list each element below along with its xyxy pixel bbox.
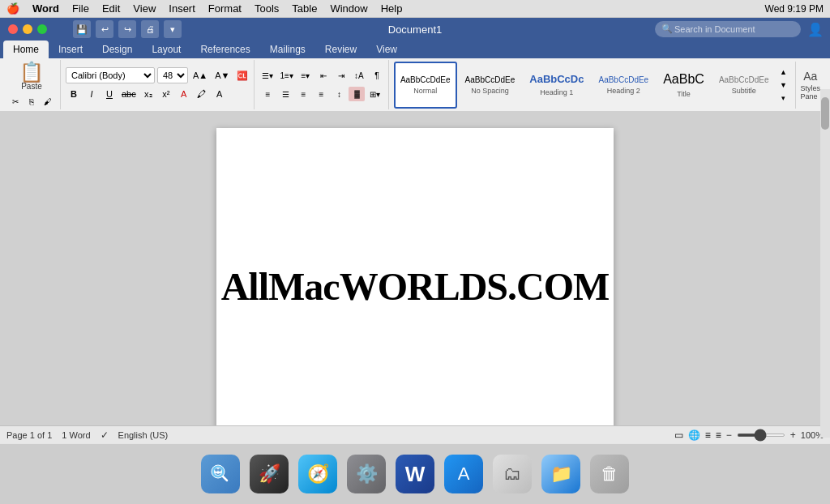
tab-insert[interactable]: Insert <box>49 41 92 58</box>
proofing-icon[interactable]: ✓ <box>101 429 109 441</box>
shading-button[interactable]: ▓ <box>349 87 365 101</box>
menu-item-view[interactable]: View <box>133 2 156 15</box>
tab-design[interactable]: Design <box>92 41 142 58</box>
show-marks-button[interactable]: ¶ <box>369 67 385 83</box>
font-size-select[interactable]: 48 <box>157 67 188 83</box>
menu-item-format[interactable]: Format <box>208 2 242 15</box>
font-grow-button[interactable]: A▲ <box>190 67 210 83</box>
style-heading1[interactable]: AaBbCcDc Heading 1 <box>523 62 590 109</box>
document-content: AllMacWORLDS.COM <box>221 264 610 309</box>
decrease-indent-button[interactable]: ⇤ <box>315 67 332 83</box>
styles-scroll-up[interactable]: ▲ <box>777 66 790 78</box>
dock-folder[interactable]: 📁 <box>540 453 582 495</box>
multilevel-button[interactable]: ≡▾ <box>297 67 314 83</box>
dock-finder[interactable] <box>199 453 242 495</box>
styles-scroll-down[interactable]: ▼ <box>777 79 790 91</box>
title-bar-controls: 💾 ↩ ↪ 🖨 ▾ <box>73 20 182 38</box>
tab-home[interactable]: Home <box>3 41 49 58</box>
style-title[interactable]: AaBbC Title <box>657 62 711 109</box>
clear-format-button[interactable]: 🆑 <box>234 67 250 83</box>
increase-indent-button[interactable]: ⇥ <box>333 67 349 83</box>
align-left-button[interactable]: ≡ <box>259 86 276 102</box>
close-button[interactable] <box>8 24 18 34</box>
redo-button[interactable]: ↪ <box>118 20 136 38</box>
style-h2-preview: AaBbCcDdEe <box>598 75 648 85</box>
menu-item-window[interactable]: Window <box>330 2 367 15</box>
view-mode-outline[interactable]: ≡ <box>705 429 711 441</box>
tab-view[interactable]: View <box>366 41 407 58</box>
style-normal[interactable]: AaBbCcDdEe Normal <box>394 62 457 109</box>
dock-settings[interactable]: ⚙️ <box>345 453 387 495</box>
view-mode-web[interactable]: 🌐 <box>688 429 700 441</box>
menu-item-table[interactable]: Table <box>292 2 317 15</box>
strikethrough-button[interactable]: abc <box>119 86 139 102</box>
language[interactable]: English (US) <box>118 430 169 440</box>
sort-button[interactable]: ↕A <box>351 67 367 83</box>
font-family-select[interactable]: Calibri (Body) <box>66 67 155 83</box>
font-shrink-button[interactable]: A▼ <box>212 67 232 83</box>
scrollbar-thumb[interactable] <box>821 97 829 130</box>
document-title: Document1 <box>388 23 442 36</box>
dock-appstore[interactable]: A <box>443 453 485 495</box>
dock-files[interactable]: 🗂 <box>491 453 533 495</box>
superscript-button[interactable]: x² <box>158 86 174 102</box>
menu-item-file[interactable]: File <box>72 2 89 15</box>
view-mode-draft[interactable]: ≡ <box>716 429 721 441</box>
clipboard-sub-buttons: ✂ ⎘ 🖌 <box>8 94 55 109</box>
underline-button[interactable]: U <box>101 86 118 102</box>
copy-button[interactable]: ⎘ <box>24 94 39 109</box>
font-color-button[interactable]: A <box>176 86 192 102</box>
traffic-lights <box>8 24 47 34</box>
style-no-spacing[interactable]: AaBbCcDdEe No Spacing <box>459 62 522 109</box>
menu-item-tools[interactable]: Tools <box>255 2 279 15</box>
tab-review[interactable]: Review <box>315 41 366 58</box>
align-right-button[interactable]: ≡ <box>295 86 311 102</box>
tab-references[interactable]: References <box>190 41 259 58</box>
style-h1-preview: AaBbCcDc <box>529 73 584 87</box>
justify-button[interactable]: ≡ <box>313 86 329 102</box>
dock: 🚀 🧭 ⚙️ W A 🗂 📁 🗑 <box>0 443 830 504</box>
bold-button[interactable]: B <box>66 86 82 102</box>
undo-button[interactable]: ↩ <box>96 20 113 38</box>
document-page[interactable]: AllMacWORLDS.COM <box>216 128 614 428</box>
customize-button[interactable]: ▾ <box>164 20 182 38</box>
text-color-button[interactable]: A <box>212 86 228 102</box>
style-subtitle[interactable]: AaBbCcDdEe Subtitle <box>712 62 776 109</box>
border-button[interactable]: ⊞▾ <box>366 86 383 102</box>
account-icon[interactable]: 👤 <box>807 22 824 37</box>
dock-launchpad[interactable]: 🚀 <box>248 453 290 495</box>
style-normal-preview: AaBbCcDdEe <box>400 75 451 85</box>
zoom-slider[interactable] <box>737 434 785 437</box>
subscript-button[interactable]: x₂ <box>140 86 156 102</box>
save-button[interactable]: 💾 <box>73 20 91 38</box>
dock-word[interactable]: W <box>394 453 436 495</box>
apple-menu[interactable]: 🍎 <box>6 2 19 15</box>
menu-item-edit[interactable]: Edit <box>102 2 120 15</box>
zoom-out-icon[interactable]: − <box>726 429 732 441</box>
view-mode-print[interactable]: ▭ <box>674 429 683 441</box>
highlight-button[interactable]: 🖍 <box>194 86 210 102</box>
align-center-button[interactable]: ☰ <box>277 86 293 102</box>
vertical-scrollbar[interactable] <box>820 89 830 438</box>
minimize-button[interactable] <box>23 24 32 34</box>
format-painter-button[interactable]: 🖌 <box>41 94 55 109</box>
dock-safari[interactable]: 🧭 <box>297 453 339 495</box>
zoom-in-icon[interactable]: + <box>790 429 796 441</box>
dock-trash[interactable]: 🗑 <box>588 453 631 495</box>
menu-item-word[interactable]: Word <box>32 2 59 15</box>
tab-mailings[interactable]: Mailings <box>260 41 315 58</box>
maximize-button[interactable] <box>37 24 47 34</box>
search-input[interactable] <box>655 21 801 37</box>
cut-button[interactable]: ✂ <box>8 94 23 109</box>
style-heading2[interactable]: AaBbCcDdEe Heading 2 <box>592 62 655 109</box>
print-button[interactable]: 🖨 <box>141 20 159 38</box>
paste-button[interactable]: 📋 Paste <box>18 61 45 92</box>
italic-button[interactable]: I <box>83 86 100 102</box>
tab-layout[interactable]: Layout <box>142 41 190 58</box>
menu-item-help[interactable]: Help <box>381 2 403 15</box>
line-spacing-button[interactable]: ↕ <box>331 86 347 102</box>
menu-item-insert[interactable]: Insert <box>169 2 195 15</box>
numbering-button[interactable]: 1≡▾ <box>277 67 295 83</box>
styles-more[interactable]: ▾ <box>777 92 790 104</box>
bullets-button[interactable]: ☰▾ <box>259 67 276 83</box>
